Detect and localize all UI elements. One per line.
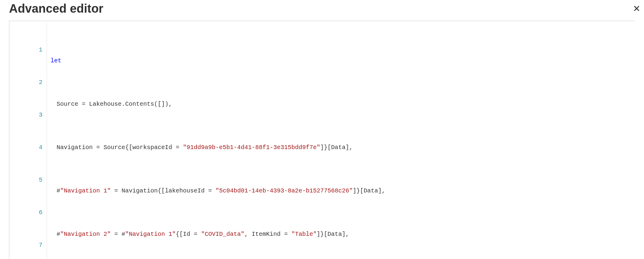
code-text: # [57,231,60,238]
string-literal: "Navigation 1" [60,187,111,194]
advanced-editor-page: Advanced editor ✕ 1 2 3 4 5 6 7 8 9 10 1… [0,0,644,259]
code-line[interactable]: let [51,55,635,66]
string-literal: "COVID_data" [201,231,244,238]
string-literal: "Navigation 1" [125,231,176,238]
line-number-gutter: 1 2 3 4 5 6 7 8 9 10 11 12 13 14 15 [9,23,47,259]
code-text: , ItemKind = [244,231,291,238]
line-number: 2 [14,77,42,88]
line-number: 6 [14,207,42,218]
code-text: = # [111,231,125,238]
code-editor[interactable]: 1 2 3 4 5 6 7 8 9 10 11 12 13 14 15 [9,21,635,259]
line-number: 5 [14,175,42,186]
header: Advanced editor ✕ [9,0,635,21]
code-line[interactable]: #"Navigation 2" = #"Navigation 1"{[Id = … [51,229,635,240]
code-text: {[Id = [176,231,201,238]
code-line[interactable]: Source = Lakehouse.Contents([]), [51,99,635,110]
editor-frame: 1 2 3 4 5 6 7 8 9 10 11 12 13 14 15 [9,21,635,259]
close-icon[interactable]: ✕ [632,4,641,13]
code-line[interactable]: Navigation = Source{[workspaceId = "91dd… [51,142,635,153]
line-number: 1 [14,45,42,55]
string-literal: "Table" [291,231,317,238]
string-literal: "5c04bd01-14eb-4393-8a2e-b15277568c26" [215,187,353,194]
line-number: 4 [14,142,42,153]
string-literal: "91dd9a9b-e5b1-4d41-88f1-3e315bdd9f7e" [183,144,320,151]
page-title: Advanced editor [9,2,103,15]
line-number: 7 [14,240,42,251]
code-area[interactable]: let Source = Lakehouse.Contents([]), Nav… [47,23,635,259]
code-text: = Navigation{[lakehouseId = [111,187,215,194]
code-text: Navigation = Source{[workspaceId = [57,144,183,151]
code-text: ]}[Data], [353,187,385,194]
code-line[interactable]: #"Navigation 1" = Navigation{[lakehouseI… [51,186,635,196]
keyword-let: let [51,57,61,64]
code-text: Source = Lakehouse.Contents([]), [57,101,172,108]
string-literal: "Navigation 2" [60,231,111,238]
code-text: ]}[Data], [320,144,353,151]
line-number: 3 [14,110,42,120]
code-text: ]}[Data], [317,231,349,238]
code-text: # [57,187,60,194]
